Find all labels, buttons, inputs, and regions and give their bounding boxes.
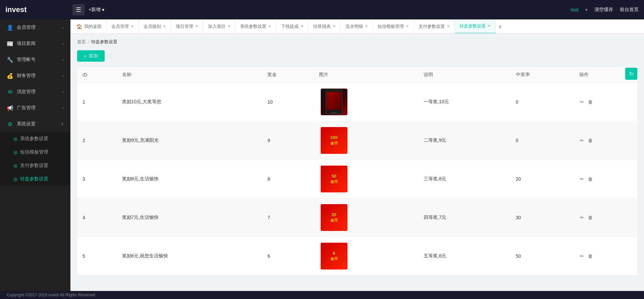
- svg-rect-2: [327, 92, 341, 110]
- tab-sys-params-label: 系统参数设置: [240, 23, 266, 29]
- tab-close-member-level[interactable]: ✕: [163, 24, 166, 28]
- tab-sys-params[interactable]: 系统参数设置 ✕: [235, 19, 276, 34]
- tab-join-project[interactable]: 加入项目 ✕: [203, 19, 235, 34]
- tab-close-project-mgmt[interactable]: ✕: [195, 24, 198, 28]
- chevron-system: ∨: [61, 122, 64, 126]
- edit-btn[interactable]: ✏: [579, 214, 585, 221]
- sidebar-item-message[interactable]: ✉ 消息管理 ‹: [0, 84, 70, 100]
- front-page-btn[interactable]: 前台首页: [620, 7, 639, 13]
- tab-close-downline[interactable]: ✕: [301, 24, 304, 28]
- refresh-btn[interactable]: ↻: [625, 68, 637, 80]
- sidebar-item-system[interactable]: ⚙ 系统设置 ∨: [0, 116, 70, 132]
- cell-action: ✏ 🗑: [574, 83, 637, 121]
- delete-btn[interactable]: 🗑: [587, 137, 593, 144]
- table-row: 3奖励8元,生活愉快8 50 金币 三等奖,8元20 ✏ 🗑: [77, 160, 637, 198]
- news-icon: 📰: [7, 40, 13, 47]
- edit-btn[interactable]: ✏: [579, 253, 585, 259]
- turntable-icon: ◎: [13, 176, 17, 182]
- tab-project-mgmt-label: 项目管理: [176, 23, 193, 29]
- tab-close-sms-tpl[interactable]: ✕: [406, 24, 409, 28]
- tab-pay-params[interactable]: 支付参数设置 ✕: [414, 19, 455, 34]
- tab-project-mgmt[interactable]: 项目管理 ✕: [171, 19, 203, 34]
- sidebar-item-account[interactable]: 🔧 管理帐号 ‹: [0, 52, 70, 68]
- edit-btn[interactable]: ✏: [579, 176, 585, 182]
- add-btn[interactable]: + 添加: [77, 50, 105, 62]
- col-name: 名称: [117, 67, 262, 83]
- tab-join-project-label: 加入项目: [208, 23, 225, 29]
- cell-rate: 0: [511, 83, 574, 121]
- tab-bar: 🏠 我的桌面 会员管理 ✕ 会员级别 ✕ 项目管理 ✕ 加入项目 ✕ 系统参数设…: [70, 19, 644, 34]
- tab-downline[interactable]: 下线提成 ✕: [276, 19, 309, 34]
- tab-turntable[interactable]: 转盘参数设置 ✕: [455, 19, 496, 34]
- tab-close-join-project[interactable]: ✕: [227, 24, 230, 28]
- table-row: 1奖励10元,大奖等您10 一等奖,10元0 ✏ 🗑: [77, 83, 637, 121]
- tab-close-sys-params[interactable]: ✕: [268, 24, 271, 28]
- user-name[interactable]: root: [571, 7, 579, 12]
- delete-btn[interactable]: 🗑: [587, 214, 593, 221]
- prize-table: ID 名称 奖金 图片 说明 中奖率 操作 1奖励10元,大奖等您10 一等奖,…: [77, 67, 637, 276]
- breadcrumb-home[interactable]: 首页: [77, 39, 86, 45]
- chevron-finance: ‹: [62, 73, 64, 78]
- delete-btn[interactable]: 🗑: [587, 176, 593, 182]
- sidebar-sub-sms-tpl[interactable]: ◎ 短信模板管理: [0, 145, 70, 159]
- menu-toggle-btn[interactable]: ☰: [72, 4, 85, 15]
- ads-icon: 📢: [7, 105, 13, 111]
- table-row: 4奖励7元,生活愉快7 20 金币 四等奖,7元30 ✏ 🗑: [77, 198, 637, 237]
- col-rate: 中奖率: [511, 67, 574, 83]
- sidebar-sub-label-sys-params: 系统参数设置: [20, 136, 48, 142]
- tab-member-level[interactable]: 会员级别 ✕: [139, 19, 171, 34]
- cell-bonus: 9: [262, 121, 313, 160]
- tab-sms-tpl[interactable]: 短信模板管理 ✕: [373, 19, 414, 34]
- edit-btn[interactable]: ✏: [579, 137, 585, 144]
- tab-more-btn[interactable]: ∨: [496, 24, 504, 29]
- cell-desc: 三等奖,8元: [418, 160, 511, 198]
- sidebar-label-news: 项目新闻: [17, 41, 36, 47]
- tab-close-member-mgmt[interactable]: ✕: [131, 24, 134, 28]
- sidebar-item-member[interactable]: 👤 会员管理 ‹: [0, 19, 70, 36]
- svg-rect-3: [331, 112, 337, 113]
- cell-name: 奖励6元,祝您生活愉快: [117, 237, 262, 276]
- sidebar-sub-label-sms-tpl: 短信模板管理: [20, 149, 48, 155]
- cell-img: 8 金币: [314, 237, 418, 276]
- tab-settlement-label: 结算报表: [313, 23, 331, 29]
- top-right: root ▾ 清空缓存 前台首页: [571, 7, 639, 13]
- tab-home-label: 我的桌面: [84, 23, 102, 29]
- app-logo: invest: [5, 5, 72, 14]
- tab-flow-detail[interactable]: 流水明细 ✕: [341, 19, 373, 34]
- home-icon: 🏠: [76, 24, 82, 29]
- cell-desc: 四等奖,7元: [418, 198, 511, 237]
- cell-name: 奖励8元,生活愉快: [117, 160, 262, 198]
- cell-action: ✏ 🗑: [574, 237, 637, 276]
- sidebar-item-finance[interactable]: 💰 财务管理 ‹: [0, 68, 70, 84]
- cell-bonus: 7: [262, 198, 313, 237]
- delete-btn[interactable]: 🗑: [587, 99, 593, 105]
- sidebar-item-news[interactable]: 📰 项目新闻 ‹: [0, 36, 70, 52]
- edit-btn[interactable]: ✏: [579, 99, 585, 105]
- table-header-row: ID 名称 奖金 图片 说明 中奖率 操作: [77, 67, 637, 83]
- sidebar-sub-sys-params[interactable]: ◎ 系统参数设置: [0, 132, 70, 145]
- new-btn[interactable]: +新增 ▾: [89, 7, 104, 13]
- cell-rate: 30: [511, 198, 574, 237]
- col-img: 图片: [314, 67, 418, 83]
- sidebar-sub-pay-params[interactable]: ◎ 支付参数设置: [0, 159, 70, 172]
- tab-close-settlement[interactable]: ✕: [333, 24, 336, 28]
- sidebar-sub-turntable[interactable]: ◎ 转盘参数设置: [0, 172, 70, 186]
- chevron-message: ‹: [62, 89, 64, 94]
- tab-settlement[interactable]: 结算报表 ✕: [309, 19, 341, 34]
- sidebar-item-ads[interactable]: 📢 广告管理 ‹: [0, 100, 70, 116]
- cell-img: 50 金币: [314, 160, 418, 198]
- table-row: 5奖励6元,祝您生活愉快6 8 金币 五等奖,6元50 ✏ 🗑: [77, 237, 637, 276]
- tab-close-flow-detail[interactable]: ✕: [365, 24, 368, 28]
- tab-close-pay-params[interactable]: ✕: [447, 24, 450, 28]
- cell-rate: 0: [511, 121, 574, 160]
- tab-pay-params-label: 支付参数设置: [419, 23, 445, 29]
- delete-btn[interactable]: 🗑: [587, 253, 593, 259]
- tab-close-turntable[interactable]: ✕: [488, 24, 491, 28]
- tab-sms-tpl-label: 短信模板管理: [378, 23, 404, 29]
- tab-member-mgmt-label: 会员管理: [111, 23, 129, 29]
- tab-member-mgmt[interactable]: 会员管理 ✕: [107, 19, 139, 34]
- breadcrumb-current: 转盘参数设置: [91, 39, 117, 45]
- tab-home[interactable]: 🏠 我的桌面: [72, 19, 107, 34]
- tab-member-level-label: 会员级别: [144, 23, 161, 29]
- clear-cache-btn[interactable]: 清空缓存: [594, 7, 613, 13]
